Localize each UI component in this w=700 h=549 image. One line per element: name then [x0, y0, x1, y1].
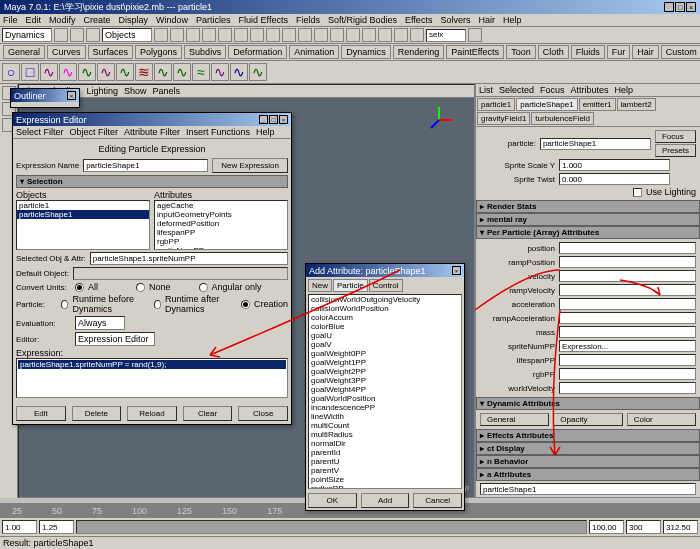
list-item[interactable]: spriteNumPP: [155, 246, 287, 250]
evaluation-dropdown[interactable]: Always: [75, 316, 125, 330]
section-per-particle[interactable]: Per Particle (Array) Attributes: [476, 226, 700, 239]
section-behavior[interactable]: n Behavior: [476, 455, 700, 468]
minimize-icon[interactable]: _: [664, 2, 674, 12]
pp-velocity-field[interactable]: [559, 270, 696, 282]
tool-btn[interactable]: [410, 28, 424, 42]
list-item[interactable]: particleShape1: [17, 210, 149, 219]
tool-btn[interactable]: [468, 28, 482, 42]
module-dropdown[interactable]: Dynamics: [2, 28, 52, 42]
clear-button[interactable]: Clear: [183, 406, 233, 421]
menu-modify[interactable]: Modify: [49, 15, 76, 25]
vp-show[interactable]: Show: [124, 86, 147, 96]
shelf-tab-deformation[interactable]: Deformation: [228, 45, 287, 59]
list-item[interactable]: collisionWorldOutgoingVelocity: [309, 295, 461, 304]
list-item[interactable]: deformedPosition: [155, 219, 287, 228]
ae-attributes[interactable]: Attributes: [571, 85, 609, 95]
list-item[interactable]: collisionWorldPosition: [309, 304, 461, 313]
list-item[interactable]: radiusPP: [309, 484, 461, 489]
pp-position-field[interactable]: [559, 242, 696, 254]
editor-dropdown[interactable]: Expression Editor: [75, 332, 155, 346]
expr-select-filter[interactable]: Select Filter: [16, 127, 64, 137]
shelf-tab-animation[interactable]: Animation: [289, 45, 339, 59]
pp-acceleration-field[interactable]: [559, 298, 696, 310]
current-frame[interactable]: [663, 520, 698, 534]
list-item[interactable]: goalV: [309, 340, 461, 349]
list-item[interactable]: colorAccum: [309, 313, 461, 322]
add-button[interactable]: Add: [361, 493, 410, 508]
tool-btn[interactable]: [186, 28, 200, 42]
shelf-tab-painteffects[interactable]: PaintEffects: [446, 45, 504, 59]
end-frame[interactable]: [626, 520, 661, 534]
selx-field[interactable]: selx: [426, 29, 466, 42]
expr-insert-fn[interactable]: Insert Functions: [186, 127, 250, 137]
tool-btn[interactable]: [54, 28, 68, 42]
edit-button[interactable]: Edit: [16, 406, 66, 421]
tab-control[interactable]: Control: [369, 279, 403, 292]
shelf-tab-rendering[interactable]: Rendering: [393, 45, 445, 59]
selected-attr-field[interactable]: [90, 252, 288, 265]
shelf-icon[interactable]: ∿: [40, 63, 58, 81]
start-frame[interactable]: [2, 520, 37, 534]
menu-create[interactable]: Create: [84, 15, 111, 25]
list-item[interactable]: lifespanPP: [155, 228, 287, 237]
vp-lighting[interactable]: Lighting: [86, 86, 118, 96]
shelf-icon[interactable]: ○: [2, 63, 20, 81]
close-icon[interactable]: ×: [279, 115, 288, 124]
pp-lifespan-field[interactable]: [559, 354, 696, 366]
shelf-tab-custom[interactable]: Custom: [661, 45, 700, 59]
maximize-icon[interactable]: □: [269, 115, 278, 124]
shelf-tab-fur[interactable]: Fur: [607, 45, 631, 59]
menu-file[interactable]: File: [3, 15, 18, 25]
shelf-icon[interactable]: ∿: [211, 63, 229, 81]
expr-name-field[interactable]: [83, 159, 208, 172]
opacity-button[interactable]: Opacity: [553, 413, 622, 426]
list-item[interactable]: pointSize: [309, 475, 461, 484]
tool-btn[interactable]: [218, 28, 232, 42]
shelf-tab-cloth[interactable]: Cloth: [538, 45, 569, 59]
tab-turbulence[interactable]: turbulenceField: [531, 112, 594, 125]
reload-button[interactable]: Reload: [127, 406, 177, 421]
menu-hair[interactable]: Hair: [478, 15, 495, 25]
pp-rampposition-field[interactable]: [559, 256, 696, 268]
tool-btn[interactable]: [202, 28, 216, 42]
list-item[interactable]: inputGeometryPoints: [155, 210, 287, 219]
close-button[interactable]: Close: [238, 406, 288, 421]
runtime-after-radio[interactable]: [154, 300, 161, 309]
maximize-icon[interactable]: □: [675, 2, 685, 12]
creation-radio[interactable]: [241, 300, 250, 309]
tool-btn[interactable]: [314, 28, 328, 42]
shelf-tab-fluids[interactable]: Fluids: [571, 45, 605, 59]
minimize-icon[interactable]: _: [259, 115, 268, 124]
section-mental-ray[interactable]: mental ray: [476, 213, 700, 226]
tool-btn[interactable]: [298, 28, 312, 42]
close-icon[interactable]: ×: [67, 91, 76, 100]
tool-btn[interactable]: [234, 28, 248, 42]
shape-name-field[interactable]: [480, 483, 696, 495]
list-item[interactable]: goalWorldPosition: [309, 394, 461, 403]
particle-name-field[interactable]: [540, 138, 651, 150]
tool-btn[interactable]: [86, 28, 100, 42]
expr-object-filter[interactable]: Object Filter: [70, 127, 119, 137]
menu-particles[interactable]: Particles: [196, 15, 231, 25]
pp-spritenum-field[interactable]: [559, 340, 696, 352]
shelf-icon[interactable]: ∿: [97, 63, 115, 81]
shelf-tab-polygons[interactable]: Polygons: [135, 45, 182, 59]
general-button[interactable]: General: [480, 413, 549, 426]
shelf-tab-hair[interactable]: Hair: [632, 45, 659, 59]
list-item[interactable]: parentU: [309, 457, 461, 466]
attributes-listbox[interactable]: ageCache inputGeometryPoints deformedPos…: [154, 200, 288, 250]
selection-header[interactable]: Selection: [16, 175, 288, 188]
pp-worldvelocity-field[interactable]: [559, 382, 696, 394]
tab-gravity[interactable]: gravityField1: [477, 112, 530, 125]
shelf-tab-dynamics[interactable]: Dynamics: [341, 45, 391, 59]
list-item[interactable]: goalWeight4PP: [309, 385, 461, 394]
close-icon[interactable]: ×: [452, 266, 461, 275]
list-item[interactable]: multiRadius: [309, 430, 461, 439]
sprite-twist-field[interactable]: [559, 173, 670, 185]
list-item[interactable]: goalWeight2PP: [309, 367, 461, 376]
shelf-tab-general[interactable]: General: [3, 45, 45, 59]
section-dynamic[interactable]: Dynamic Attributes: [476, 397, 700, 410]
menu-help[interactable]: Help: [503, 15, 522, 25]
shelf-icon[interactable]: ∿: [116, 63, 134, 81]
convert-all-radio[interactable]: [75, 283, 84, 292]
